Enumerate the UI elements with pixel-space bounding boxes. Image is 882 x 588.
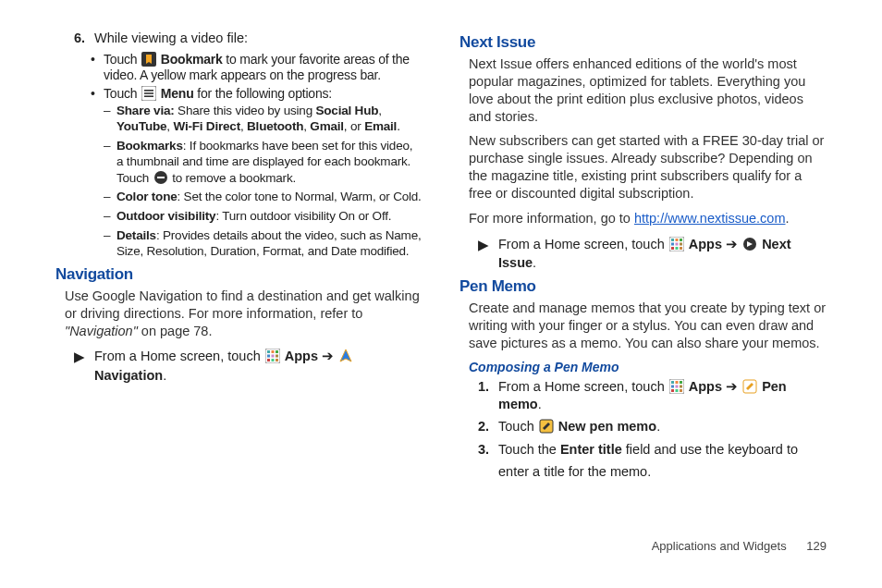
svg-rect-18 (671, 239, 674, 241)
bullet-marker: • (91, 52, 104, 84)
instruction-step: ▶ From a Home screen, touch Apps ➔ Navig… (74, 347, 423, 385)
list-item: • Touch Menu for the following options: (91, 86, 423, 103)
dash-text: Outdoor visibility: Turn outdoor visibil… (116, 209, 423, 225)
dash-marker: – (104, 228, 116, 260)
step-text: Touch the Enter title field and use the … (498, 439, 827, 482)
svg-rect-8 (267, 350, 270, 353)
bullet-text: Touch Bookmark to mark your favorite are… (104, 52, 423, 84)
next-issue-link[interactable]: http://www.nextissue.com (634, 211, 786, 226)
svg-rect-19 (675, 239, 678, 241)
svg-rect-16 (276, 359, 278, 361)
new-pen-memo-icon (539, 419, 554, 434)
svg-rect-3 (144, 92, 153, 94)
list-item: 2. Touch New pen memo. (478, 418, 827, 436)
svg-rect-6 (157, 177, 165, 178)
step-text: From a Home screen, touch Apps ➔ Next Is… (498, 235, 827, 273)
list-item: • Touch Bookmark to mark your favorite a… (91, 52, 423, 84)
menu-icon (141, 86, 156, 101)
svg-rect-33 (675, 385, 678, 387)
svg-rect-11 (267, 355, 270, 358)
list-item: 3. Touch the Enter title field and use t… (478, 439, 827, 482)
remove-icon (153, 170, 168, 185)
list-item: – Color tone: Set the color tone to Norm… (104, 190, 423, 205)
svg-rect-12 (271, 355, 274, 358)
svg-rect-30 (675, 381, 678, 384)
svg-rect-26 (680, 247, 682, 250)
bullet-text: Touch Menu for the following options: (104, 86, 423, 103)
paragraph: Create and manage memos that you create … (469, 300, 827, 352)
step-number: 2. (478, 418, 498, 436)
list-item: 6. While viewing a video file: (74, 30, 423, 48)
svg-rect-23 (680, 242, 682, 245)
svg-rect-37 (680, 389, 682, 392)
svg-rect-20 (680, 239, 682, 241)
list-item: – Outdoor visibility: Turn outdoor visib… (104, 209, 423, 225)
list-item: 1. From a Home screen, touch Apps ➔ Pen … (478, 378, 827, 414)
apps-icon (669, 379, 684, 394)
svg-rect-31 (680, 381, 682, 384)
svg-rect-34 (680, 385, 682, 387)
page-number: 129 (806, 539, 827, 553)
dash-marker: – (104, 104, 116, 135)
bookmark-icon (141, 52, 156, 67)
dash-marker: – (104, 139, 116, 187)
subsection-heading-composing: Composing a Pen Memo (469, 360, 827, 374)
step-number: 3. (478, 439, 498, 482)
svg-rect-14 (267, 359, 270, 361)
step-number: 1. (478, 378, 498, 414)
svg-rect-24 (671, 247, 674, 250)
paragraph: New subscribers can get started with a F… (469, 132, 827, 202)
navigation-icon (338, 349, 353, 363)
apps-icon (265, 349, 280, 363)
left-column: 6. While viewing a video file: • Touch B… (55, 28, 423, 486)
svg-rect-4 (144, 95, 153, 97)
pointer-icon: ▶ (74, 347, 94, 366)
step-text: From a Home screen, touch Apps ➔ Pen mem… (498, 378, 827, 414)
section-heading-navigation: Navigation (55, 265, 423, 284)
paragraph: Next Issue offers enhanced editions of t… (469, 55, 827, 125)
step-number: 6. (74, 30, 94, 48)
svg-rect-2 (144, 90, 153, 92)
paragraph: For more information, go to http://www.n… (469, 210, 827, 227)
section-heading-next-issue: Next Issue (459, 33, 827, 52)
svg-rect-10 (276, 350, 278, 353)
bullet-marker: • (91, 86, 104, 103)
dash-marker: – (104, 209, 116, 225)
page-footer: Applications and Widgets 129 (652, 539, 827, 553)
step-text: Touch New pen memo. (498, 418, 827, 436)
step-text: While viewing a video file: (94, 30, 423, 48)
page-body: 6. While viewing a video file: • Touch B… (0, 0, 882, 505)
svg-rect-32 (671, 385, 674, 387)
step-text: From a Home screen, touch Apps ➔ Navigat… (94, 347, 423, 385)
apps-icon (669, 237, 684, 251)
svg-rect-21 (671, 242, 674, 245)
svg-rect-25 (675, 247, 678, 250)
cross-reference: "Navigation" (65, 324, 138, 338)
instruction-step: ▶ From a Home screen, touch Apps ➔ Next … (478, 235, 827, 273)
svg-rect-36 (675, 389, 678, 392)
dash-text: Bookmarks: If bookmarks have been set fo… (116, 139, 423, 187)
svg-rect-13 (276, 355, 278, 358)
section-heading-pen-memo: Pen Memo (459, 277, 827, 296)
paragraph: Use Google Navigation to find a destinat… (65, 288, 423, 340)
dash-text: Details: Provides details about the vide… (116, 228, 423, 260)
next-issue-icon (742, 237, 757, 251)
pen-memo-icon (742, 379, 757, 394)
dash-text: Color tone: Set the color tone to Normal… (116, 190, 423, 205)
footer-section: Applications and Widgets (652, 539, 787, 553)
list-item: – Details: Provides details about the vi… (104, 228, 423, 260)
svg-rect-15 (271, 359, 274, 361)
svg-rect-29 (671, 381, 674, 384)
dash-marker: – (104, 190, 116, 205)
list-item: – Share via: Share this video by using S… (104, 104, 423, 135)
list-item: – Bookmarks: If bookmarks have been set … (104, 139, 423, 187)
right-column: Next Issue Next Issue offers enhanced ed… (459, 28, 827, 486)
pointer-icon: ▶ (478, 235, 498, 254)
dash-text: Share via: Share this video by using Soc… (116, 104, 423, 135)
svg-rect-35 (671, 389, 674, 392)
svg-rect-9 (271, 350, 274, 353)
svg-rect-22 (675, 242, 678, 245)
